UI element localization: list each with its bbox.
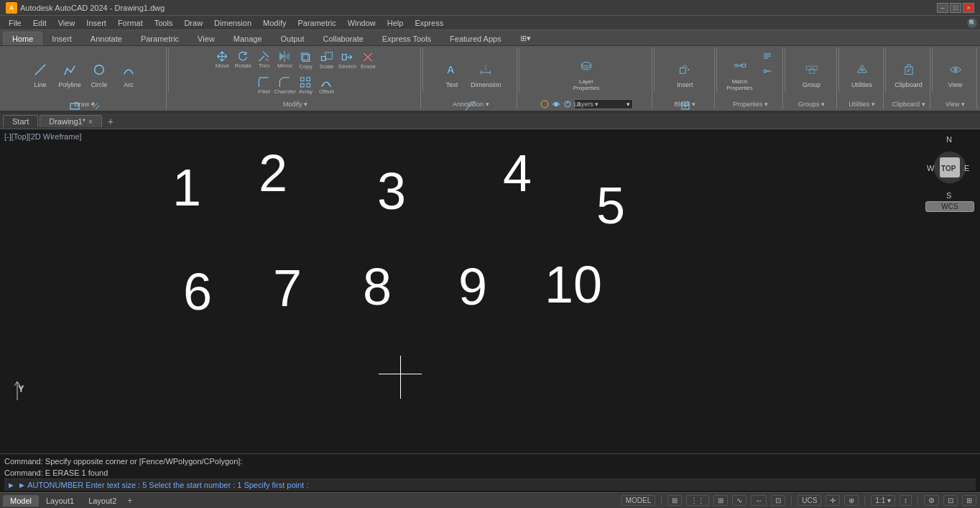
group-button[interactable]: Group <box>796 49 828 98</box>
search-button[interactable]: 🔍 <box>967 18 977 28</box>
menu-tools[interactable]: Tools <box>149 16 179 30</box>
menu-edit[interactable]: Edit <box>27 16 52 30</box>
hardware-accel-button[interactable]: ⚙ <box>924 495 939 506</box>
polyline-button[interactable]: Polyline <box>55 49 84 98</box>
menu-file[interactable]: File <box>3 16 27 30</box>
scale-display[interactable]: 1:1 ▾ <box>871 495 895 506</box>
tab-output[interactable]: Output <box>272 32 314 45</box>
command-line-2: Command: E ERASE 1 found <box>4 467 976 479</box>
line-button[interactable]: Line <box>26 49 55 98</box>
array-button[interactable]: Array <box>295 75 315 96</box>
otrack-button[interactable]: ⊡ <box>771 495 785 506</box>
svg-rect-32 <box>307 83 310 87</box>
layout1-tab[interactable]: Layout1 <box>39 495 81 507</box>
lineweight-button[interactable]: ⊕ <box>844 495 859 506</box>
dimension-button[interactable]: Dimension <box>468 49 504 98</box>
ortho-button[interactable]: ⊞ <box>713 495 728 506</box>
new-tab-button[interactable]: + <box>103 114 118 129</box>
scale-button[interactable]: Scale <box>316 50 336 71</box>
separator-1 <box>661 496 662 506</box>
main-content: [-][Top][2D Wireframe] Y 1 2 3 4 5 <box>0 129 980 508</box>
clipboard-button[interactable]: Clipboard <box>891 49 927 98</box>
minimize-button[interactable]: – <box>937 3 948 13</box>
chamfer-button[interactable]: Chamfer <box>274 75 295 96</box>
ucs-button[interactable]: UCS <box>798 495 821 506</box>
dynmode-button[interactable]: ✛ <box>826 495 840 506</box>
tab-collaborate[interactable]: Collaborate <box>314 32 373 45</box>
text-button[interactable]: A Text <box>438 49 466 98</box>
menu-view[interactable]: View <box>52 16 81 30</box>
ribbon-group-modify: Move Rotate Trim Mirror <box>170 47 421 109</box>
match-properties-button[interactable]: MatchProperties <box>724 49 755 98</box>
mirror-button[interactable]: Mirror <box>274 49 295 70</box>
tab-parametric[interactable]: Parametric <box>131 32 188 45</box>
menu-modify[interactable]: Modify <box>257 16 292 30</box>
copy-button[interactable]: Copy <box>295 50 315 71</box>
layout2-tab[interactable]: Layout2 <box>81 495 124 507</box>
tab-manage[interactable]: Manage <box>224 32 272 45</box>
ribbon-tabs: Home Insert Annotate Parametric View Man… <box>0 30 980 46</box>
restore-button[interactable]: □ <box>950 3 961 13</box>
circle-button[interactable]: Circle <box>85 49 114 98</box>
insert-icon <box>673 58 696 81</box>
layer-properties-button[interactable]: LayerProperties <box>570 49 602 98</box>
tab-featured-apps[interactable]: Featured Apps <box>440 32 511 45</box>
view-button[interactable]: View <box>938 49 974 98</box>
drawing1-tab[interactable]: Drawing1* × <box>40 115 102 127</box>
close-button[interactable]: × <box>963 3 974 13</box>
customize-button[interactable]: ⊞ <box>962 495 976 506</box>
insert-button[interactable]: Insert <box>669 49 701 98</box>
list-button[interactable] <box>757 49 777 63</box>
tab-annotate[interactable]: Annotate <box>81 32 131 45</box>
grid-button[interactable]: ⋮⋮ <box>686 495 709 506</box>
status-right-area: MODEL ⊞ ⋮⋮ ⊞ ∿ ↔ ⊡ UCS ✛ ⊕ 1:1 ▾ ↕ ⚙ ⊡ ⊞ <box>621 495 977 506</box>
menu-window[interactable]: Window <box>342 16 382 30</box>
snap-button[interactable]: ⊞ <box>667 495 682 506</box>
trim-button[interactable]: Trim <box>254 49 274 70</box>
menu-format[interactable]: Format <box>112 16 149 30</box>
offset-button[interactable]: Offset <box>316 75 336 96</box>
tab-express-tools[interactable]: Express Tools <box>373 32 440 45</box>
status-bar: Model Layout1 Layout2 + MODEL ⊞ ⋮⋮ ⊞ ∿ ↔… <box>0 492 980 508</box>
menu-insert[interactable]: Insert <box>80 16 112 30</box>
menu-parametric[interactable]: Parametric <box>292 16 341 30</box>
stretch-button[interactable]: Stretch <box>337 50 357 71</box>
svg-rect-62 <box>741 64 745 67</box>
polar-button[interactable]: ∿ <box>732 495 746 506</box>
rotate-button[interactable]: Rotate <box>233 49 253 70</box>
line-icon <box>29 58 52 81</box>
svg-rect-69 <box>806 66 810 70</box>
color-selector[interactable]: 255,255,255 ▾ <box>564 111 633 112</box>
move-button[interactable]: Move <box>212 49 232 70</box>
menu-help[interactable]: Help <box>382 16 410 30</box>
menu-express[interactable]: Express <box>409 16 449 30</box>
tab-home[interactable]: Home <box>3 32 42 45</box>
ribbon-group-properties: MatchProperties Properties ▾ <box>718 47 783 109</box>
number-8: 8 <box>363 257 392 316</box>
tab-insert[interactable]: Insert <box>42 32 81 45</box>
menu-dimension[interactable]: Dimension <box>208 16 257 30</box>
menu-draw[interactable]: Draw <box>178 16 208 30</box>
model-space-button[interactable]: MODEL <box>621 495 656 506</box>
add-layout-button[interactable]: + <box>124 496 136 506</box>
svg-rect-18 <box>322 57 326 61</box>
command-input[interactable] <box>496 481 973 489</box>
zoom-button[interactable]: ↕ <box>900 495 912 506</box>
svg-point-73 <box>861 68 864 71</box>
tab-workspaces[interactable]: ⊞▾ <box>511 31 540 45</box>
model-tab[interactable]: Model <box>3 495 39 507</box>
isolate-button[interactable]: ⊡ <box>943 495 958 506</box>
tab-view[interactable]: View <box>188 32 224 45</box>
erase-button[interactable]: Erase <box>358 50 378 71</box>
arc-button[interactable]: Arc <box>114 49 143 98</box>
osnap-button[interactable]: ↔ <box>751 495 767 506</box>
fillet-button[interactable]: Fillet <box>254 75 274 96</box>
close-drawing1-button[interactable]: × <box>88 118 93 126</box>
properties-button[interactable] <box>757 64 777 78</box>
separator-2 <box>791 496 792 506</box>
number-2: 2 <box>259 144 287 203</box>
wcs-label: WCS <box>925 201 974 212</box>
viewport-area[interactable]: [-][Top][2D Wireframe] Y 1 2 3 4 5 <box>0 129 980 453</box>
start-tab[interactable]: Start <box>3 115 38 127</box>
utilities-button[interactable]: Utilities <box>844 49 880 98</box>
